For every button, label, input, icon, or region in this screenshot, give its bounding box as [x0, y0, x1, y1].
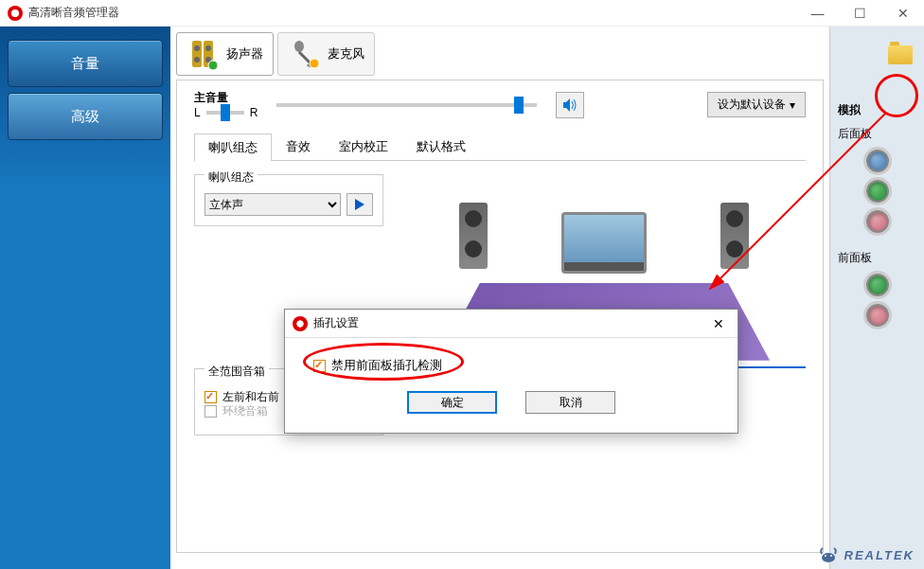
svg-point-13	[830, 555, 832, 557]
tab-speaker-label: 扬声器	[226, 45, 263, 62]
left-speaker-graphic[interactable]	[459, 203, 488, 269]
sidebar-advanced-button[interactable]: 高级	[8, 93, 163, 140]
connector-settings-button[interactable]	[888, 45, 913, 64]
sub-tab-room-correction[interactable]: 室内校正	[325, 133, 402, 160]
tab-speaker[interactable]: 扬声器	[176, 32, 274, 76]
back-jack-pink[interactable]	[866, 210, 889, 233]
sidebar-volume-button[interactable]: 音量	[8, 40, 163, 87]
dialog-title: 插孔设置	[313, 315, 707, 331]
back-jack-green[interactable]	[866, 180, 889, 203]
dialog-cancel-button[interactable]: 取消	[525, 391, 615, 414]
back-panel-label: 后面板	[838, 126, 916, 142]
monitor-graphic	[561, 212, 647, 274]
back-jack-blue[interactable]	[866, 150, 889, 172]
checkbox-checked-icon	[204, 391, 217, 403]
mute-button[interactable]	[556, 92, 584, 118]
device-tabs: 扬声器 麦克风	[176, 32, 824, 76]
sub-tabs: 喇叭组态 音效 室内校正 默认格式	[194, 133, 806, 161]
close-button[interactable]: ✕	[881, 0, 924, 27]
front-jack-green[interactable]	[866, 274, 889, 296]
app-icon	[8, 6, 23, 21]
window-title: 高清晰音频管理器	[28, 5, 119, 21]
main-volume-label: 主音量	[194, 90, 241, 106]
realtek-logo-icon	[818, 544, 839, 565]
play-icon	[353, 198, 366, 211]
set-default-device-button[interactable]: 设为默认设备 ▾	[707, 92, 806, 117]
front-jack-pink[interactable]	[866, 304, 889, 327]
full-range-legend: 全范围音箱	[204, 364, 269, 380]
play-test-button[interactable]	[346, 193, 373, 216]
svg-point-2	[194, 45, 200, 51]
svg-point-11	[822, 553, 835, 562]
sidebar: 音量 高级	[0, 27, 170, 569]
balance-left-label: L	[194, 106, 201, 119]
speaker-icon	[187, 37, 221, 71]
checkbox-unchecked-icon	[204, 405, 217, 418]
svg-point-6	[208, 61, 218, 70]
microphone-icon	[288, 37, 322, 71]
maximize-button[interactable]: ☐	[839, 0, 881, 27]
analog-label: 模拟	[838, 102, 916, 118]
svg-point-7	[294, 41, 304, 52]
svg-point-3	[205, 45, 211, 51]
svg-rect-0	[192, 41, 202, 67]
speaker-config-group: 喇叭组态 立体声	[194, 174, 383, 226]
checkbox-disable-front-jack-detection[interactable]: 禁用前面板插孔检测	[313, 357, 709, 374]
footer-brand: REALTEK	[818, 544, 915, 565]
speaker-config-select[interactable]: 立体声	[204, 193, 341, 216]
main-volume-section: 主音量 L R 设为默认设备 ▾	[194, 90, 806, 119]
sound-icon	[561, 97, 578, 114]
tab-microphone-label: 麦克风	[328, 45, 364, 62]
dialog-ok-button[interactable]: 确定	[407, 391, 497, 414]
jack-panel: 模拟 后面板 前面板	[829, 27, 924, 569]
checkbox-checked-icon	[313, 360, 326, 372]
chevron-down-icon: ▾	[790, 98, 795, 112]
dialog-close-button[interactable]: ✕	[707, 316, 730, 331]
svg-point-4	[194, 57, 200, 62]
balance-control[interactable]: L R	[194, 106, 258, 119]
speaker-config-legend: 喇叭组态	[204, 169, 258, 186]
volume-slider[interactable]	[276, 103, 537, 107]
sub-tab-default-format[interactable]: 默认格式	[402, 133, 480, 160]
svg-point-9	[310, 59, 319, 68]
titlebar: 高清晰音频管理器 — ☐ ✕	[0, 0, 924, 27]
sub-tab-speaker-config[interactable]: 喇叭组态	[194, 133, 272, 161]
svg-point-12	[825, 555, 826, 557]
balance-right-label: R	[250, 106, 258, 119]
sub-tab-sound-effect[interactable]: 音效	[272, 133, 325, 160]
window-controls: — ☐ ✕	[796, 0, 924, 27]
front-panel-label: 前面板	[838, 250, 916, 266]
right-speaker-graphic[interactable]	[720, 203, 749, 269]
tab-microphone[interactable]: 麦克风	[277, 32, 375, 76]
connector-settings-dialog: 插孔设置 ✕ 禁用前面板插孔检测 确定 取消	[284, 309, 738, 434]
content-area: 扬声器 麦克风 主音量 L R	[170, 27, 829, 569]
minimize-button[interactable]: —	[796, 0, 839, 27]
dialog-app-icon	[293, 316, 308, 331]
